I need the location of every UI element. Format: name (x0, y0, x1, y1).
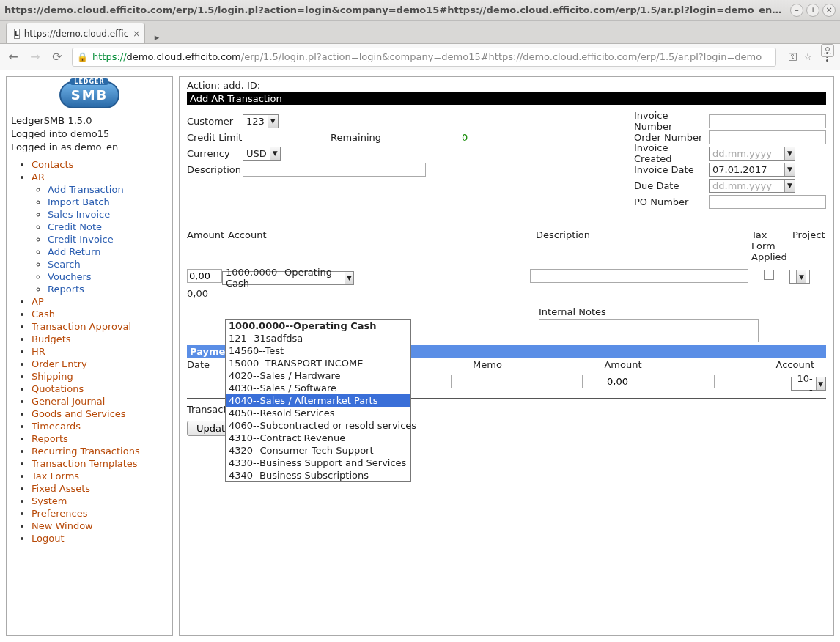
due-date-input[interactable]: dd.mm.yyyy ▼ (709, 179, 795, 193)
internal-notes-label: Internal Notes (539, 306, 826, 317)
nav-item[interactable]: Goods and Services (32, 408, 126, 419)
maximize-button[interactable]: + (806, 4, 819, 17)
nav-subitem[interactable]: Credit Note (48, 221, 102, 232)
nav-item[interactable]: HR (32, 346, 45, 357)
dropdown-option[interactable]: 4020--Sales / Hardware (226, 369, 410, 382)
nav-subitem[interactable]: Add Return (48, 246, 100, 257)
col-amount: Amount (187, 229, 228, 262)
amount-sum: 0,00 (187, 288, 826, 299)
order-number-label: Order Number (634, 132, 709, 143)
address-bar[interactable]: 🔒 https://demo.cloud.efficito.com/erp/1.… (72, 48, 776, 67)
star-icon[interactable]: ☆ (803, 51, 812, 62)
nav-item[interactable]: Logout (32, 533, 65, 544)
dropdown-option[interactable]: 121--31sadfdsa (226, 332, 410, 344)
nav-item[interactable]: Reports (32, 433, 68, 444)
line-description-input[interactable] (530, 269, 748, 283)
minimize-button[interactable]: – (790, 4, 803, 17)
order-number-input[interactable] (709, 130, 826, 144)
lock-icon: 🔒 (77, 52, 88, 62)
logo-ribbon: LEDGER (70, 78, 108, 85)
project-select[interactable]: ▼ (789, 270, 810, 284)
svg-point-0 (826, 48, 830, 51)
dropdown-option[interactable]: 15000--TRANSPORT INCOME (226, 357, 410, 369)
customer-label: Customer (187, 116, 243, 127)
favicon-icon: L (14, 29, 20, 39)
nav-item[interactable]: Transaction Approval (32, 321, 131, 332)
nav-item[interactable]: AP (32, 296, 44, 307)
nav-item[interactable]: Order Entry (32, 358, 87, 369)
close-window-button[interactable]: × (822, 4, 836, 17)
dropdown-option[interactable]: 14560--Test (226, 344, 410, 357)
internal-notes-input[interactable] (539, 319, 759, 342)
forward-button[interactable]: → (28, 50, 43, 64)
nav-item[interactable]: Transaction Templates (32, 458, 138, 469)
nav-subitem[interactable]: Add Transaction (48, 184, 124, 195)
key-icon[interactable]: ⚿ (788, 51, 797, 62)
payment-memo-input[interactable] (451, 374, 583, 388)
nav-item[interactable]: Cash (32, 309, 55, 320)
description-input[interactable] (243, 163, 426, 177)
customer-select[interactable]: 123 ▼ (243, 114, 279, 128)
company-info: Logged into demo15 (11, 128, 168, 141)
payment-amount-input[interactable] (605, 374, 715, 388)
user-info: Logged in as demo_en (11, 141, 168, 154)
user-indicator-icon[interactable] (821, 44, 834, 57)
nav-item[interactable]: Fixed Assets (32, 483, 90, 494)
nav-item[interactable]: Preferences (32, 508, 87, 519)
col-description: Description (536, 229, 751, 262)
nav-subitem[interactable]: Vouchers (48, 271, 92, 282)
nav-item[interactable]: Timecards (32, 421, 81, 432)
invoice-date-input[interactable]: 07.01.2017 ▼ (709, 163, 795, 177)
po-number-input[interactable] (709, 195, 826, 209)
nav-item[interactable]: System (32, 495, 67, 506)
nav-item[interactable]: Shipping (32, 371, 73, 382)
chevron-down-icon: ▼ (345, 272, 353, 284)
nav-item[interactable]: Recurring Transactions (32, 446, 140, 457)
chevron-down-icon: ▼ (784, 180, 795, 192)
window-title: https://demo.cloud.efficito.com/erp/1.5/… (4, 4, 787, 15)
amount-input[interactable] (187, 269, 222, 283)
back-button[interactable]: ← (6, 50, 21, 64)
nav-item[interactable]: Budgets (32, 333, 71, 344)
dropdown-option[interactable]: 4310--Contract Revenue (226, 432, 410, 444)
dropdown-option[interactable]: 4040--Sales / Aftermarket Parts (226, 394, 410, 407)
currency-label: Currency (187, 148, 243, 159)
nav-subitem[interactable]: Sales Invoice (48, 209, 110, 220)
page-title: Add AR Transaction (187, 92, 826, 105)
nav-item[interactable]: Tax Forms (32, 471, 79, 482)
nav-item[interactable]: Contacts (32, 159, 73, 170)
invoice-created-input[interactable]: dd.mm.yyyy ▼ (709, 147, 795, 160)
invoice-number-input[interactable] (709, 114, 826, 128)
reload-button[interactable]: ⟳ (50, 50, 65, 64)
browser-toolbar: ← → ⟳ 🔒 https://demo.cloud.efficito.com/… (0, 44, 840, 70)
nav-subitem[interactable]: Reports (48, 284, 84, 295)
dropdown-option[interactable]: 4320--Consumer Tech Support (226, 444, 410, 457)
browser-tab[interactable]: L https://demo.cloud.effic × (6, 23, 145, 43)
dropdown-option[interactable]: 4340--Business Subscriptions (226, 469, 410, 482)
new-tab-button[interactable]: ▸ (150, 30, 164, 43)
tax-form-checkbox[interactable] (764, 270, 774, 280)
browser-tab-strip: L https://demo.cloud.effic × ▸ (0, 21, 840, 44)
dropdown-option[interactable]: 4330--Business Support and Services (226, 457, 410, 469)
payment-account-select[interactable]: 10-- ▼ (791, 377, 826, 391)
nav-item[interactable]: Quotations (32, 383, 84, 394)
dropdown-option[interactable]: 4030--Sales / Software (226, 382, 410, 394)
nav-item[interactable]: New Window (32, 520, 93, 531)
nav-item[interactable]: AR (32, 171, 45, 182)
nav-subitem[interactable]: Import Batch (48, 196, 110, 207)
dropdown-option[interactable]: 1000.0000--Operating Cash (226, 320, 410, 332)
dropdown-option[interactable]: 4060--Subcontracted or resold services (226, 419, 410, 432)
url-protocol: https:// (92, 51, 127, 62)
nav-subitem[interactable]: Search (48, 259, 81, 270)
nav-item[interactable]: General Journal (32, 396, 105, 407)
account-select[interactable]: 1000.0000--Operating Cash ▼ (222, 271, 354, 285)
close-tab-icon[interactable]: × (133, 29, 140, 39)
nav-subitem[interactable]: Credit Invoice (48, 234, 114, 245)
invoice-created-label: Invoice Created (634, 142, 709, 164)
url-path: /erp/1.5/login.pl?action=login&company=d… (241, 51, 762, 62)
dropdown-option[interactable]: 4050--Resold Services (226, 407, 410, 419)
currency-select[interactable]: USD ▼ (243, 147, 281, 160)
amount-table-header: Amount Account Description Tax Form Appl… (187, 229, 826, 262)
url-host: demo.cloud.efficito.com (127, 51, 241, 62)
account-dropdown[interactable]: 1000.0000--Operating Cash121--31sadfdsa1… (225, 319, 411, 482)
